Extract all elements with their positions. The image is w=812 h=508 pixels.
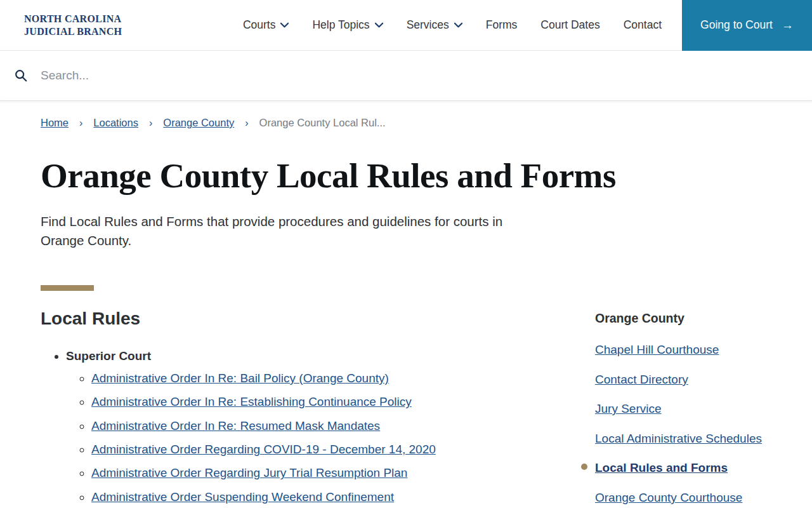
sidebar-item-chapel-hill-courthouse: Chapel Hill Courthouse: [595, 341, 771, 359]
chevron-down-icon: [375, 22, 383, 28]
list-item: Administrative Order Suspending Weekend …: [91, 490, 558, 504]
rule-link-bail-policy[interactable]: Administrative Order In Re: Bail Policy …: [91, 371, 389, 385]
logo-line1: NORTH CAROLINA: [24, 13, 122, 25]
list-item: Administrative Order In Re: Bail Policy …: [91, 371, 558, 385]
sidebar-link[interactable]: Local Administrative Schedules: [595, 432, 762, 445]
sidebar-link-active[interactable]: Local Rules and Forms: [595, 461, 728, 474]
nav-item-services[interactable]: Services: [407, 18, 462, 32]
sidebar-heading: Orange County: [595, 311, 771, 326]
search-input[interactable]: [41, 69, 612, 83]
search-bar: [0, 51, 812, 101]
nav-item-label: Court Dates: [540, 18, 599, 32]
rules-group-superior-court: Superior Court Administrative Order In R…: [66, 349, 558, 504]
site-logo[interactable]: NORTH CAROLINA JUDICIAL BRANCH: [24, 13, 122, 37]
breadcrumb-home[interactable]: Home: [41, 117, 69, 129]
rule-link-weekend-confinement[interactable]: Administrative Order Suspending Weekend …: [91, 490, 394, 504]
sidebar-item-local-admin-schedules: Local Administrative Schedules: [595, 430, 771, 448]
local-rules-list: Superior Court Administrative Order In R…: [41, 349, 558, 504]
search-icon[interactable]: [14, 69, 28, 83]
rules-group-label: Superior Court: [66, 349, 151, 363]
breadcrumb-orange-county[interactable]: Orange County: [163, 117, 234, 129]
nav-item-label: Contact: [624, 18, 662, 32]
rule-link-mask-mandates[interactable]: Administrative Order In Re: Resumed Mask…: [91, 419, 380, 432]
breadcrumb-current: Orange County Local Rul...: [259, 117, 386, 129]
breadcrumb-locations[interactable]: Locations: [93, 117, 138, 129]
sidebar-link[interactable]: Contact Directory: [595, 373, 688, 386]
chevron-down-icon: [280, 22, 289, 28]
sidebar-item-contact-directory: Contact Directory: [595, 371, 771, 389]
nav-item-courts[interactable]: Courts: [243, 18, 289, 32]
sidebar-item-jury-service: Jury Service: [595, 400, 771, 418]
nav-item-contact[interactable]: Contact: [624, 18, 662, 32]
sidebar-item-local-rules-and-forms: Local Rules and Forms: [595, 459, 771, 477]
sidebar-list: Chapel Hill Courthouse Contact Directory…: [595, 341, 771, 506]
rule-link-continuance-policy[interactable]: Administrative Order In Re: Establishing…: [91, 395, 412, 408]
sidebar-item-orange-county-courthouse: Orange County Courthouse: [595, 489, 771, 507]
nav-item-label: Services: [407, 18, 449, 32]
rules-sublist: Administrative Order In Re: Bail Policy …: [66, 371, 558, 504]
sidebar-link[interactable]: Jury Service: [595, 402, 662, 415]
rule-link-jury-trial-resumption[interactable]: Administrative Order Regarding Jury Tria…: [91, 466, 407, 479]
breadcrumb-separator: ›: [245, 117, 248, 129]
local-rules-section: Local Rules Superior Court Administrativ…: [41, 309, 558, 508]
county-sidebar: Orange County Chapel Hill Courthouse Con…: [595, 309, 771, 508]
list-item: Administrative Order In Re: Establishing…: [91, 395, 558, 409]
main-nav: Courts Help Topics Services Forms Court …: [243, 18, 662, 32]
nav-item-label: Help Topics: [312, 18, 369, 32]
going-to-court-label: Going to Court: [700, 18, 773, 32]
page-intro: Find Local Rules and Forms that provide …: [41, 212, 535, 251]
site-header: NORTH CAROLINA JUDICIAL BRANCH Courts He…: [0, 0, 812, 51]
list-item: Administrative Order In Re: Resumed Mask…: [91, 419, 558, 433]
breadcrumb-separator: ›: [79, 117, 82, 129]
nav-item-help-topics[interactable]: Help Topics: [312, 18, 383, 32]
nav-item-forms[interactable]: Forms: [486, 18, 518, 32]
arrow-right-icon: →: [782, 18, 794, 32]
nav-item-label: Forms: [486, 18, 518, 32]
sidebar-link[interactable]: Orange County Courthouse: [595, 491, 742, 504]
sidebar-link[interactable]: Chapel Hill Courthouse: [595, 343, 719, 356]
list-item: Administrative Order Regarding COVID-19 …: [91, 443, 558, 457]
nav-item-label: Courts: [243, 18, 276, 32]
local-rules-heading: Local Rules: [41, 309, 558, 329]
breadcrumb: Home › Locations › Orange County › Orang…: [41, 117, 812, 129]
content-area: Local Rules Superior Court Administrativ…: [41, 309, 771, 508]
page-title: Orange County Local Rules and Forms: [41, 157, 812, 196]
logo-line2: JUDICIAL BRANCH: [24, 25, 122, 37]
breadcrumb-separator: ›: [149, 117, 152, 129]
nav-item-court-dates[interactable]: Court Dates: [540, 18, 599, 32]
gold-divider: [41, 285, 94, 291]
rule-link-covid19[interactable]: Administrative Order Regarding COVID-19 …: [91, 443, 436, 456]
going-to-court-button[interactable]: Going to Court →: [682, 0, 812, 51]
list-item: Administrative Order Regarding Jury Tria…: [91, 466, 558, 480]
chevron-down-icon: [454, 22, 462, 28]
